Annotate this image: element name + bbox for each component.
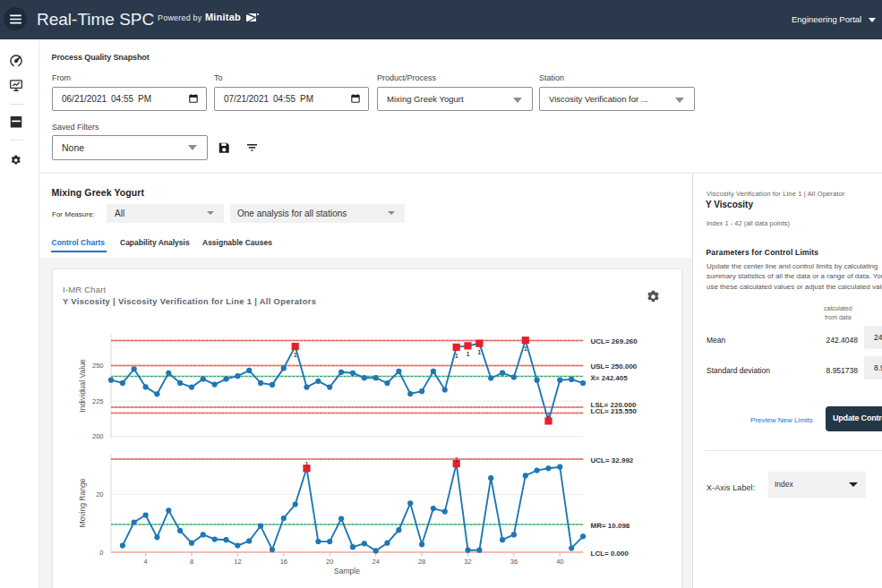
svg-text:8: 8 [190, 558, 193, 566]
svg-text:200: 200 [92, 432, 104, 440]
svg-text:1: 1 [478, 349, 482, 355]
svg-text:Individual Value: Individual Value [78, 359, 87, 413]
svg-text:1: 1 [294, 352, 297, 358]
svg-text:16: 16 [280, 558, 287, 566]
svg-text:28: 28 [418, 558, 425, 566]
svg-text:0: 0 [99, 549, 103, 557]
svg-text:4: 4 [144, 558, 148, 566]
svg-text:1: 1 [524, 345, 527, 352]
svg-text:1: 1 [305, 461, 309, 467]
svg-text:M̅R̅= 10.098: M̅R̅= 10.098 [591, 522, 630, 530]
svg-text:1: 1 [467, 351, 470, 357]
svg-text:250: 250 [92, 362, 104, 370]
svg-text:1: 1 [455, 353, 458, 359]
svg-text:24: 24 [372, 558, 380, 566]
svg-text:20: 20 [326, 558, 333, 566]
svg-text:LCL= 0.000: LCL= 0.000 [591, 550, 629, 558]
svg-text:1: 1 [455, 456, 458, 463]
svg-text:X̅= 242.405: X̅= 242.405 [590, 374, 628, 382]
svg-text:225: 225 [92, 397, 104, 405]
svg-text:Sample: Sample [334, 567, 360, 575]
svg-text:1: 1 [547, 412, 551, 418]
svg-text:32: 32 [464, 558, 471, 566]
svg-text:LCL= 215.550: LCL= 215.550 [591, 407, 638, 415]
svg-text:40: 40 [556, 558, 563, 566]
svg-text:USL= 250.000: USL= 250.000 [591, 362, 638, 371]
svg-text:20: 20 [96, 490, 103, 499]
svg-text:12: 12 [234, 558, 241, 566]
svg-text:UCL= 269.260: UCL= 269.260 [591, 337, 638, 345]
svg-text:UCL= 32.992: UCL= 32.992 [591, 456, 634, 464]
svg-text:36: 36 [510, 558, 518, 566]
svg-text:Moving Range: Moving Range [78, 478, 87, 527]
